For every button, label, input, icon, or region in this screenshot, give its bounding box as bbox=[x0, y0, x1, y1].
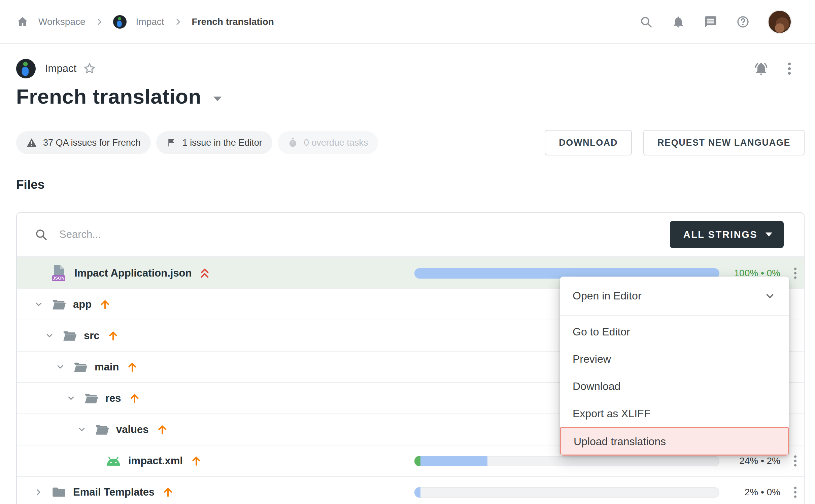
folder-name: src bbox=[84, 330, 100, 342]
progress-label: 2% • 0% bbox=[745, 477, 780, 504]
filter-label: ALL STRINGS bbox=[683, 229, 757, 240]
menu-item-upload-translations[interactable]: Upload translations bbox=[560, 427, 789, 456]
chevron-down-icon[interactable] bbox=[34, 299, 44, 310]
home-icon[interactable] bbox=[16, 15, 29, 28]
file-name: Impact Application.json bbox=[74, 267, 192, 279]
chevron-down-icon bbox=[766, 232, 772, 237]
editor-issues-chip[interactable]: 1 issue in the Editor bbox=[156, 131, 272, 154]
menu-item-go-to-editor[interactable]: Go to Editor bbox=[560, 318, 789, 346]
warning-triangle-icon bbox=[26, 138, 37, 148]
page-title: French translation bbox=[16, 84, 201, 108]
download-button[interactable]: DOWNLOAD bbox=[545, 130, 632, 155]
folder-open-icon bbox=[95, 424, 109, 436]
breadcrumb-current: French translation bbox=[192, 16, 274, 27]
notifications-active-icon[interactable] bbox=[754, 61, 769, 76]
menu-item-label: Download bbox=[573, 380, 620, 393]
row-kebab-menu-icon[interactable] bbox=[794, 455, 796, 466]
folder-open-icon bbox=[52, 298, 66, 311]
progress-bar bbox=[414, 487, 719, 498]
chevron-down-icon[interactable] bbox=[77, 425, 87, 435]
file-name: impact.xml bbox=[128, 455, 183, 467]
menu-item-export-as-xliff[interactable]: Export as XLIFF bbox=[560, 400, 789, 427]
strings-filter-button[interactable]: ALL STRINGS bbox=[670, 221, 784, 248]
upload-arrow-icon[interactable] bbox=[99, 298, 111, 311]
row-kebab-menu-icon[interactable] bbox=[794, 487, 796, 498]
chevron-right-icon bbox=[174, 17, 182, 26]
breadcrumb-workspace[interactable]: Workspace bbox=[38, 16, 86, 27]
chevron-down-icon[interactable] bbox=[55, 362, 65, 372]
request-new-language-button[interactable]: REQUEST NEW LANGUAGE bbox=[643, 130, 805, 155]
chevron-right-icon[interactable] bbox=[34, 487, 44, 497]
menu-item-label: Preview bbox=[573, 353, 611, 365]
folder-name: Email Templates bbox=[73, 486, 155, 498]
star-favorite-icon[interactable] bbox=[83, 62, 96, 75]
chevron-right-icon bbox=[95, 17, 104, 26]
progress-bar bbox=[414, 456, 719, 466]
notifications-icon[interactable] bbox=[672, 15, 685, 29]
chip-label: 0 overdue tasks bbox=[304, 138, 368, 148]
priority-double-chevron-up-icon bbox=[199, 267, 210, 279]
upload-arrow-icon[interactable] bbox=[162, 486, 174, 498]
menu-item-label: Go to Editor bbox=[573, 326, 630, 338]
project-kebab-menu-icon[interactable] bbox=[788, 63, 791, 75]
flag-icon bbox=[166, 138, 176, 148]
file-context-menu: Open in Editor Go to Editor Preview Down… bbox=[560, 277, 789, 456]
breadcrumb: Workspace Impact French translation bbox=[16, 15, 274, 29]
menu-item-label: Export as XLIFF bbox=[573, 407, 650, 420]
folder-name: values bbox=[116, 424, 149, 436]
folder-open-icon bbox=[73, 361, 88, 373]
help-icon[interactable] bbox=[736, 15, 750, 29]
files-heading: Files bbox=[16, 178, 815, 192]
project-name: Impact bbox=[45, 63, 76, 75]
chat-icon[interactable] bbox=[704, 15, 717, 29]
menu-item-open-in-editor[interactable]: Open in Editor bbox=[560, 277, 789, 315]
stopwatch-icon bbox=[288, 137, 298, 148]
chip-label: 1 issue in the Editor bbox=[182, 138, 262, 148]
folder-closed-icon bbox=[52, 486, 66, 499]
breadcrumb-project[interactable]: Impact bbox=[136, 16, 164, 27]
project-actions: DOWNLOAD REQUEST NEW LANGUAGE bbox=[545, 130, 805, 155]
upload-arrow-icon[interactable] bbox=[126, 361, 138, 373]
menu-item-label: Upload translations bbox=[574, 435, 666, 448]
chevron-down-icon[interactable] bbox=[66, 393, 76, 403]
folder-row-email-templates[interactable]: Email Templates 2% • 0% bbox=[17, 476, 804, 504]
menu-item-download[interactable]: Download bbox=[560, 373, 789, 400]
files-search-input[interactable] bbox=[59, 228, 670, 241]
impact-project-logo bbox=[16, 59, 36, 78]
top-navbar: Workspace Impact French translation bbox=[0, 0, 815, 44]
chevron-down-icon[interactable] bbox=[44, 331, 55, 341]
files-toolbar: ALL STRINGS bbox=[17, 213, 804, 257]
folder-name: res bbox=[105, 392, 121, 404]
folder-name: app bbox=[73, 298, 92, 311]
upload-arrow-icon[interactable] bbox=[190, 455, 202, 467]
folder-open-icon bbox=[62, 330, 77, 342]
upload-arrow-icon[interactable] bbox=[156, 424, 168, 436]
status-chips-row: 37 QA issues for French 1 issue in the E… bbox=[0, 108, 815, 155]
android-file-icon bbox=[105, 455, 122, 467]
search-icon bbox=[34, 228, 48, 241]
menu-item-label: Open in Editor bbox=[573, 290, 642, 302]
overdue-tasks-chip[interactable]: 0 overdue tasks bbox=[278, 131, 378, 154]
upload-arrow-icon[interactable] bbox=[107, 330, 119, 342]
menu-item-preview[interactable]: Preview bbox=[560, 346, 789, 373]
upload-arrow-icon[interactable] bbox=[129, 392, 141, 404]
folder-open-icon bbox=[84, 392, 99, 404]
chip-label: 37 QA issues for French bbox=[43, 138, 141, 148]
topbar-actions bbox=[639, 11, 791, 33]
json-file-icon: JSON bbox=[52, 264, 68, 282]
page: Workspace Impact French translation bbox=[0, 0, 815, 504]
chevron-down-icon bbox=[764, 290, 776, 301]
search-icon[interactable] bbox=[639, 15, 653, 29]
qa-issues-chip[interactable]: 37 QA issues for French bbox=[16, 131, 151, 154]
language-dropdown-caret-icon[interactable] bbox=[213, 97, 222, 101]
row-kebab-menu-icon[interactable] bbox=[794, 267, 796, 279]
folder-name: main bbox=[95, 361, 119, 373]
impact-project-logo bbox=[113, 15, 127, 29]
svg-text:JSON: JSON bbox=[53, 276, 64, 281]
project-header: Impact French translation bbox=[0, 44, 815, 108]
user-avatar[interactable] bbox=[769, 11, 791, 33]
